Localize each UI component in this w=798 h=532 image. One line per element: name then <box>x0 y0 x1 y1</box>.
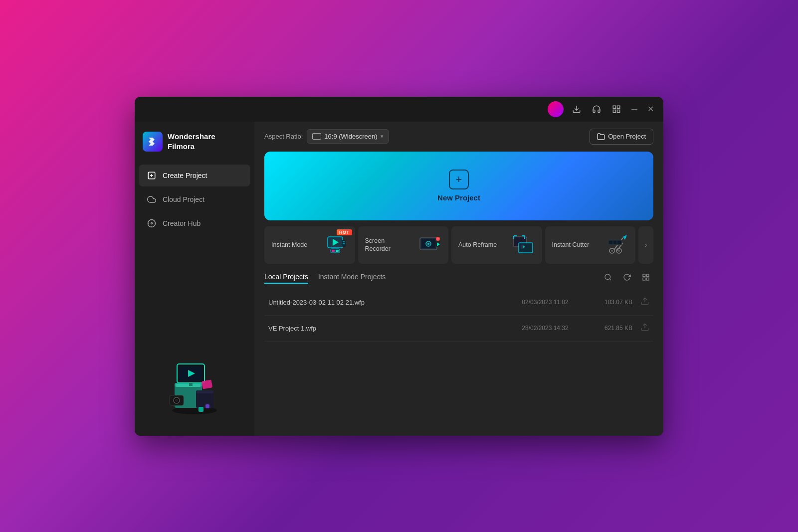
headset-icon[interactable] <box>590 102 603 116</box>
close-button[interactable]: ✕ <box>645 104 655 114</box>
upload-icon[interactable] <box>640 323 649 334</box>
svg-rect-70 <box>646 274 649 277</box>
svg-rect-34 <box>342 240 346 247</box>
instant-mode-label: Instant Mode <box>271 241 307 249</box>
svg-rect-71 <box>643 278 645 280</box>
project-date: 28/02/2023 14:32 <box>508 325 583 332</box>
aspect-ratio-control: Aspect Ratio: 16:9 (Widescreen) ▾ <box>264 129 389 144</box>
table-row[interactable]: VE Project 1.wfp 28/02/2023 14:32 621.85… <box>264 316 653 342</box>
svg-point-7 <box>148 219 156 227</box>
svg-point-48 <box>437 238 439 240</box>
svg-rect-38 <box>332 250 335 252</box>
projects-section: Local Projects Instant Mode Projects <box>254 270 663 436</box>
svg-rect-23 <box>189 383 193 386</box>
more-cards-arrow[interactable]: › <box>638 226 653 264</box>
aspect-ratio-value: 16:9 (Widescreen) <box>324 133 377 140</box>
content-header: Aspect Ratio: 16:9 (Widescreen) ▾ Open P… <box>254 122 663 152</box>
svg-point-62 <box>618 250 620 252</box>
feature-card-auto-reframe[interactable]: Auto Reframe <box>451 226 542 264</box>
svg-rect-69 <box>643 274 645 277</box>
feature-card-instant-cutter[interactable]: Instant Cutter <box>545 226 636 264</box>
project-size: 621.85 KB <box>583 325 632 332</box>
svg-rect-2 <box>613 110 615 112</box>
sidebar-item-create-project[interactable]: Create Project <box>139 165 250 186</box>
app-logo-text: Wondershare Filmora <box>168 132 215 151</box>
svg-point-44 <box>427 243 429 245</box>
project-date: 02/03/2023 11:02 <box>508 299 583 306</box>
instant-cutter-icon <box>604 232 629 257</box>
content-area: Aspect Ratio: 16:9 (Widescreen) ▾ Open P… <box>254 122 663 436</box>
folder-icon <box>597 133 605 141</box>
grid-icon[interactable] <box>609 102 623 116</box>
feature-card-screen-recorder[interactable]: Screen Recorder <box>358 226 449 264</box>
table-row[interactable]: Untitled-2023-03-02 11 02 21.wfp 02/03/2… <box>264 290 653 316</box>
sidebar-item-cloud-project[interactable]: Cloud Project <box>139 188 250 210</box>
screen-recorder-icon <box>417 232 442 257</box>
svg-rect-1 <box>617 106 620 108</box>
search-button[interactable] <box>600 270 615 285</box>
logo-icon <box>143 132 163 152</box>
svg-rect-0 <box>613 106 615 108</box>
create-project-label: Create Project <box>163 172 207 179</box>
screen-recorder-label: Screen Recorder <box>365 237 405 253</box>
sidebar: Wondershare Filmora Create Project <box>135 122 254 436</box>
svg-rect-16 <box>176 384 200 387</box>
svg-point-67 <box>605 274 610 280</box>
svg-rect-29 <box>199 407 203 412</box>
sidebar-item-creator-hub[interactable]: Creator Hub <box>139 212 250 234</box>
feature-card-instant-mode[interactable]: Instant Mode <box>264 226 355 264</box>
svg-rect-39 <box>336 250 339 252</box>
projects-tabs: Local Projects Instant Mode Projects <box>264 271 396 284</box>
upload-icon[interactable] <box>640 297 649 308</box>
dropdown-chevron-icon: ▾ <box>381 133 384 140</box>
aspect-ratio-dropdown[interactable]: 16:9 (Widescreen) ▾ <box>307 129 389 144</box>
open-project-button[interactable]: Open Project <box>590 129 653 145</box>
sidebar-art <box>162 353 227 418</box>
svg-rect-72 <box>646 278 649 280</box>
svg-rect-3 <box>617 110 620 112</box>
aspect-ratio-label: Aspect Ratio: <box>264 133 303 140</box>
search-icon <box>604 273 612 281</box>
ratio-icon <box>312 133 321 140</box>
download-icon[interactable] <box>570 102 584 116</box>
minimize-button[interactable]: ─ <box>629 104 639 114</box>
svg-rect-64 <box>609 241 621 244</box>
logo-area: Wondershare Filmora <box>135 122 254 164</box>
new-project-label: New Project <box>437 193 480 202</box>
avatar-icon[interactable] <box>548 101 564 117</box>
svg-point-8 <box>151 222 153 224</box>
refresh-button[interactable] <box>619 270 634 285</box>
grid-view-icon <box>642 273 650 281</box>
tab-local-projects[interactable]: Local Projects <box>264 271 308 284</box>
create-project-icon <box>147 171 157 180</box>
tab-instant-mode-projects[interactable]: Instant Mode Projects <box>318 271 386 284</box>
title-bar: ─ ✕ <box>135 97 663 122</box>
new-project-banner[interactable]: + New Project <box>264 152 653 220</box>
auto-reframe-label: Auto Reframe <box>458 241 497 249</box>
svg-rect-30 <box>205 404 209 408</box>
title-bar-controls: ─ ✕ <box>548 101 655 117</box>
svg-rect-18 <box>196 390 213 393</box>
main-layout: Wondershare Filmora Create Project <box>135 122 663 436</box>
open-project-label: Open Project <box>608 133 646 140</box>
svg-point-61 <box>611 250 613 252</box>
project-size: 103.07 KB <box>583 299 632 306</box>
cloud-icon <box>147 194 157 204</box>
creator-hub-label: Creator Hub <box>163 219 200 227</box>
new-project-plus-icon: + <box>449 170 469 189</box>
hot-badge: HOT <box>337 229 352 235</box>
instant-mode-icon <box>324 232 349 257</box>
auto-reframe-icon <box>511 232 536 257</box>
project-name: Untitled-2023-03-02 11 02 21.wfp <box>268 299 508 306</box>
feature-cards: Instant Mode <box>264 226 653 264</box>
cloud-project-label: Cloud Project <box>163 195 204 203</box>
project-name: VE Project 1.wfp <box>268 325 508 332</box>
grid-view-button[interactable] <box>638 270 653 285</box>
projects-list: Untitled-2023-03-02 11 02 21.wfp 02/03/2… <box>264 290 653 436</box>
projects-tools <box>600 270 653 285</box>
svg-point-27 <box>175 399 178 402</box>
svg-rect-28 <box>201 379 212 389</box>
sidebar-illustration <box>135 345 254 426</box>
projects-tabs-row: Local Projects Instant Mode Projects <box>264 270 653 285</box>
instant-cutter-label: Instant Cutter <box>552 241 590 249</box>
